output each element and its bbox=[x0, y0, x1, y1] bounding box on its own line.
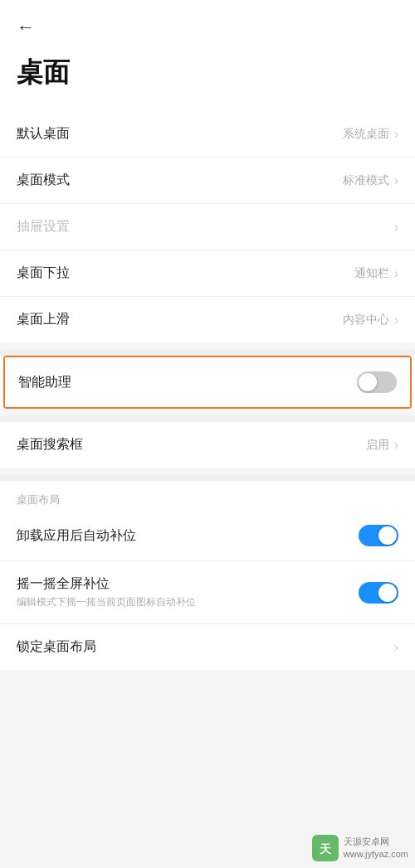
chevron-icon-desktop-pulldown: › bbox=[394, 266, 398, 281]
item-label-lock-layout: 锁定桌面布局 bbox=[17, 638, 96, 656]
divider-1 bbox=[0, 349, 415, 356]
item-right-desktop-swipe-up: 内容中心 › bbox=[343, 313, 398, 327]
watermark-site: 天源安卓网 bbox=[344, 836, 408, 848]
watermark: 天 天源安卓网 www.jytyaz.com bbox=[312, 835, 408, 861]
item-label-desktop-mode: 桌面模式 bbox=[17, 172, 70, 189]
item-label-shake-fill: 摇一摇全屏补位 bbox=[17, 575, 196, 593]
item-value-desktop-pulldown: 通知栏 bbox=[354, 266, 389, 281]
divider-2 bbox=[0, 415, 415, 422]
item-sub-shake-fill: 编辑模式下摇一摇当前页面图标自动补位 bbox=[17, 595, 196, 609]
section-assistant: 智能助理 bbox=[0, 356, 415, 409]
menu-item-smart-assistant[interactable]: 智能助理 bbox=[5, 357, 410, 407]
menu-item-desktop-search[interactable]: 桌面搜索框 启用 › bbox=[0, 422, 415, 468]
item-value-desktop-mode: 标准模式 bbox=[343, 173, 389, 188]
item-right-lock-layout: › bbox=[393, 640, 398, 655]
item-value-default-desktop: 系统桌面 bbox=[343, 127, 389, 142]
header: ← 桌面 bbox=[0, 0, 415, 111]
item-label-desktop-pulldown: 桌面下拉 bbox=[17, 264, 70, 282]
toggle-knob-smart-assistant bbox=[359, 373, 377, 391]
item-value-desktop-search: 启用 bbox=[366, 438, 389, 453]
toggle-smart-assistant[interactable] bbox=[357, 371, 397, 393]
item-right-drawer-settings: › bbox=[393, 220, 398, 235]
item-value-desktop-swipe-up: 内容中心 bbox=[343, 313, 389, 327]
toggle-knob-shake-fill bbox=[378, 584, 397, 602]
watermark-url: www.jytyaz.com bbox=[344, 848, 408, 861]
item-label-wrap-shake-fill: 摇一摇全屏补位 编辑模式下摇一摇当前页面图标自动补位 bbox=[17, 575, 196, 609]
menu-item-desktop-swipe-up[interactable]: 桌面上滑 内容中心 › bbox=[0, 297, 415, 342]
section-layout: 桌面布局 卸载应用后自动补位 摇一摇全屏补位 编辑模式下摇一摇当前页面图标自动补… bbox=[0, 481, 415, 670]
toggle-auto-fill[interactable] bbox=[359, 525, 398, 546]
section-main: 默认桌面 系统桌面 › 桌面模式 标准模式 › 抽屉设置 › 桌面下拉 通知栏 … bbox=[0, 111, 415, 342]
menu-item-desktop-pulldown[interactable]: 桌面下拉 通知栏 › bbox=[0, 250, 415, 297]
chevron-icon-desktop-swipe-up: › bbox=[394, 313, 398, 327]
item-label-auto-fill: 卸载应用后自动补位 bbox=[17, 527, 136, 545]
chevron-icon-desktop-search: › bbox=[394, 438, 398, 453]
item-label-desktop-search: 桌面搜索框 bbox=[17, 436, 83, 453]
menu-item-desktop-mode[interactable]: 桌面模式 标准模式 › bbox=[0, 158, 415, 204]
menu-item-drawer-settings[interactable]: 抽屉设置 › bbox=[0, 204, 415, 250]
item-label-smart-assistant: 智能助理 bbox=[18, 374, 71, 391]
menu-item-lock-layout[interactable]: 锁定桌面布局 › bbox=[0, 624, 415, 670]
item-right-desktop-mode: 标准模式 › bbox=[343, 173, 398, 188]
item-label-default-desktop: 默认桌面 bbox=[17, 125, 70, 143]
toggle-shake-fill[interactable] bbox=[359, 582, 398, 604]
item-label-desktop-swipe-up: 桌面上滑 bbox=[17, 311, 70, 328]
chevron-icon-lock-layout: › bbox=[394, 640, 398, 655]
item-right-desktop-pulldown: 通知栏 › bbox=[354, 266, 398, 281]
menu-item-default-desktop[interactable]: 默认桌面 系统桌面 › bbox=[0, 111, 415, 158]
back-button[interactable]: ← bbox=[17, 13, 35, 41]
divider-3 bbox=[0, 474, 415, 481]
menu-item-shake-fill[interactable]: 摇一摇全屏补位 编辑模式下摇一摇当前页面图标自动补位 bbox=[0, 561, 415, 624]
page-title: 桌面 bbox=[17, 48, 398, 104]
section-label-layout: 桌面布局 bbox=[0, 481, 415, 511]
item-right-default-desktop: 系统桌面 › bbox=[343, 127, 398, 142]
chevron-icon-drawer-settings: › bbox=[394, 220, 398, 235]
chevron-icon-default-desktop: › bbox=[394, 127, 398, 142]
section-search: 桌面搜索框 启用 › bbox=[0, 422, 415, 468]
highlighted-item-smart-assistant: 智能助理 bbox=[3, 356, 412, 409]
watermark-text: 天源安卓网 www.jytyaz.com bbox=[344, 836, 408, 861]
toggle-knob-auto-fill bbox=[378, 526, 397, 545]
chevron-icon-desktop-mode: › bbox=[394, 173, 398, 188]
svg-text:天: 天 bbox=[319, 842, 332, 856]
item-label-drawer-settings: 抽屉设置 bbox=[17, 218, 70, 235]
menu-item-auto-fill[interactable]: 卸载应用后自动补位 bbox=[0, 511, 415, 561]
item-right-desktop-search: 启用 › bbox=[366, 438, 398, 453]
watermark-logo-icon: 天 bbox=[312, 835, 339, 861]
